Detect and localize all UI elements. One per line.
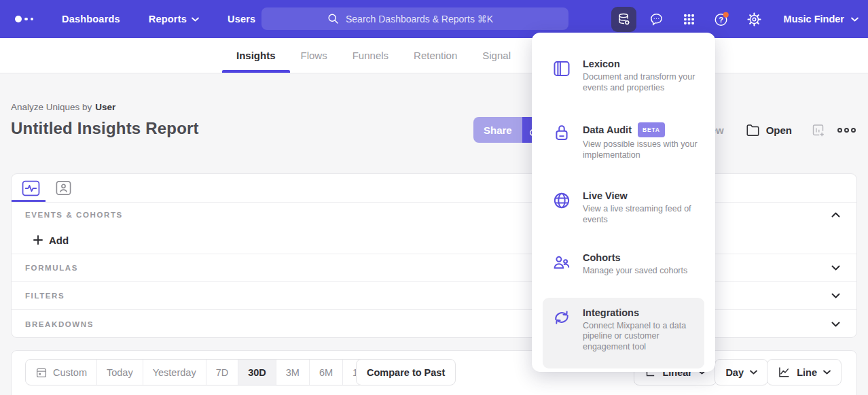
range-label: Yesterday — [153, 367, 196, 378]
grid-icon — [682, 12, 696, 27]
section-label: BREAKDOWNS — [25, 320, 94, 328]
add-to-dashboard-button[interactable] — [811, 123, 825, 137]
menu-item-cohorts[interactable]: Cohorts Manage your saved cohorts — [543, 252, 704, 277]
users-view-tab[interactable] — [53, 179, 74, 197]
tab-label: Signal — [482, 50, 511, 61]
open-label: Open — [766, 124, 792, 136]
settings-button[interactable] — [742, 7, 767, 32]
events-view-tab[interactable] — [20, 179, 41, 197]
chevron-down-icon[interactable] — [831, 265, 840, 271]
nav-item-reports[interactable]: Reports — [149, 14, 199, 24]
range-today[interactable]: Today — [97, 360, 143, 385]
chevron-down-icon — [851, 17, 858, 22]
tab-label: Retention — [414, 50, 457, 61]
page-title[interactable]: Untitled Insights Report — [11, 119, 199, 138]
eyebrow-text: Analyze Uniques by — [11, 102, 92, 112]
menu-item-desc: Document and transform your events and p… — [583, 72, 702, 93]
feedback-button[interactable] — [644, 7, 669, 32]
time-controls-panel: Custom Today Yesterday 7D 30D 3M 6M 12M … — [11, 350, 857, 395]
help-button[interactable]: ? — [709, 7, 734, 32]
more-options-button[interactable] — [837, 128, 856, 133]
global-search[interactable] — [261, 7, 568, 30]
person-icon — [55, 180, 72, 196]
nav-item-dashboards[interactable]: Dashboards — [62, 14, 120, 24]
section-events-cohorts[interactable]: EVENTS & COHORTS — [12, 203, 856, 226]
menu-item-title: Cohorts — [583, 252, 621, 264]
help-icon: ? — [713, 11, 730, 28]
menu-item-lexicon[interactable]: Lexicon Document and transform your even… — [543, 58, 704, 93]
tab-label: Flows — [301, 50, 327, 61]
range-label: 30D — [248, 367, 266, 378]
open-report-button[interactable]: Open — [746, 124, 792, 137]
tab-insights[interactable]: Insights — [236, 38, 276, 73]
pulse-chart-icon — [22, 180, 40, 196]
line-chart-icon — [778, 366, 791, 378]
mixpanel-logo-icon[interactable] — [15, 16, 33, 22]
share-button[interactable]: Share — [473, 117, 522, 143]
range-6m[interactable]: 6M — [310, 360, 343, 385]
search-input[interactable] — [346, 14, 503, 24]
tab-label: Funnels — [352, 50, 388, 61]
menu-item-desc: Connect Mixpanel to a data pipeline or c… — [583, 321, 702, 353]
data-management-button[interactable] — [611, 7, 636, 32]
tab-retention[interactable]: Retention — [414, 38, 457, 73]
tab-signal[interactable]: Signal — [482, 38, 511, 73]
add-event-button[interactable]: Add — [33, 235, 69, 246]
menu-item-text: Data Audit BETA View possible issues wit… — [583, 122, 702, 160]
report-tabbar: Insights Flows Funnels Retention Signal … — [0, 38, 868, 73]
section-filters[interactable]: FILTERS — [12, 282, 856, 310]
range-label: 6M — [319, 367, 333, 378]
menu-item-text: Lexicon Document and transform your even… — [583, 58, 702, 93]
menu-item-desc: Manage your saved cohorts — [583, 266, 702, 277]
search-icon — [327, 12, 340, 25]
menu-item-data-audit[interactable]: Data Audit BETA View possible issues wit… — [543, 122, 704, 160]
section-label: FILTERS — [25, 292, 65, 300]
range-label: 7D — [216, 367, 229, 378]
top-navbar: Dashboards Reports Users — [0, 0, 868, 38]
data-management-menu: Lexicon Document and transform your even… — [532, 33, 715, 372]
project-switcher[interactable]: Music Finder — [784, 14, 858, 24]
range-yesterday[interactable]: Yesterday — [143, 360, 206, 385]
section-breakdowns[interactable]: BREAKDOWNS — [12, 310, 856, 338]
project-name: Music Finder — [784, 14, 844, 24]
notification-dot — [723, 12, 728, 17]
menu-item-integrations[interactable]: Integrations Connect Mixpanel to a data … — [543, 298, 704, 368]
range-custom[interactable]: Custom — [26, 360, 97, 385]
chevron-up-icon[interactable] — [831, 212, 840, 218]
range-label: Custom — [53, 367, 87, 378]
menu-item-text: Integrations Connect Mixpanel to a data … — [583, 307, 702, 353]
active-tab-underline — [12, 200, 46, 202]
range-7d[interactable]: 7D — [206, 360, 239, 385]
chart-type-dropdown[interactable]: Line — [767, 359, 842, 385]
report-eyebrow: Analyze Uniques byUser — [11, 102, 115, 112]
menu-item-title: Lexicon — [583, 58, 620, 70]
builder-view-tabs — [12, 174, 856, 203]
section-formulas[interactable]: FORMULAS — [12, 254, 856, 282]
interval-dropdown[interactable]: Day — [715, 359, 768, 385]
menu-item-title: Live View — [583, 190, 628, 202]
nav-item-users[interactable]: Users — [228, 14, 255, 24]
events-add-row: Add — [12, 226, 856, 254]
section-label: EVENTS & COHORTS — [25, 211, 123, 219]
range-3m[interactable]: 3M — [276, 360, 310, 385]
chevron-down-icon — [192, 17, 199, 22]
compare-to-past-button[interactable]: Compare to Past — [356, 359, 456, 385]
tab-flows[interactable]: Flows — [301, 38, 327, 73]
nav-item-label: Reports — [149, 14, 187, 24]
integrations-icon — [552, 307, 573, 327]
database-gear-icon — [616, 12, 632, 27]
menu-item-live-view[interactable]: Live View View a live streaming feed of … — [543, 190, 704, 225]
range-30d[interactable]: 30D — [238, 360, 276, 385]
chat-bubble-icon — [649, 12, 664, 27]
share-label: Share — [484, 124, 512, 136]
cohorts-icon — [552, 252, 573, 272]
chevron-down-icon[interactable] — [831, 293, 840, 298]
date-range-control: Custom Today Yesterday 7D 30D 3M 6M 12M — [25, 359, 382, 385]
menu-item-text: Cohorts Manage your saved cohorts — [583, 252, 702, 277]
chevron-down-icon[interactable] — [831, 322, 840, 327]
primary-nav: Dashboards Reports Users — [62, 14, 255, 24]
apps-grid-button[interactable] — [676, 7, 702, 32]
eyebrow-entity[interactable]: User — [95, 102, 115, 112]
tab-funnels[interactable]: Funnels — [352, 38, 388, 73]
data-audit-icon — [552, 122, 573, 142]
